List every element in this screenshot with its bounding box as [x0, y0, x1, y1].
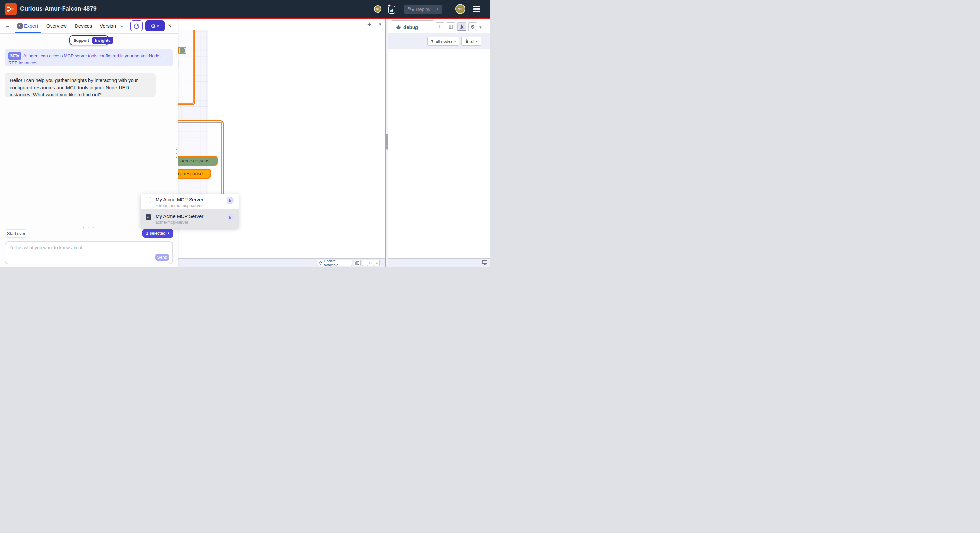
header-accent-line: [0, 18, 490, 19]
sparkle-icon: ✦: [387, 3, 391, 8]
start-over-button[interactable]: Start over: [5, 229, 28, 238]
mcp-server-option[interactable]: My Acme MCP Server serban-acme-mcp-serve…: [141, 194, 239, 209]
beta-badge: BETA: [8, 52, 21, 60]
tab-overflow-chevrons[interactable]: »: [120, 23, 123, 29]
tool-count-badge: 5: [226, 214, 234, 221]
sidebar-menu-caret-icon[interactable]: ▾: [479, 25, 482, 29]
flow-tabstrip: + ▾: [178, 19, 385, 30]
node-red-editor: + ▾: [0, 0, 490, 266]
expert-logo-icon: [18, 23, 23, 29]
mcp-server-option-selected[interactable]: ✓ My Acme MCP Server acme-mcp-server 5: [141, 209, 239, 228]
info-sidebar-button[interactable]: i: [436, 22, 444, 31]
monitor-icon: [482, 260, 487, 265]
package-icon: [319, 261, 323, 265]
map-icon: [355, 261, 360, 265]
mcp-server-dropdown: My Acme MCP Server serban-acme-mcp-serve…: [141, 194, 239, 228]
assistant-settings-button[interactable]: ⚙ ▾: [145, 21, 165, 32]
checkbox-unchecked[interactable]: [145, 197, 151, 203]
beta-notice: BETAAI agent can access MCP server tools…: [5, 49, 173, 67]
sidebar-tab-row: debug i ⚙ ▾: [388, 19, 490, 34]
debug-message-list: [388, 49, 490, 266]
active-tab-underline: [14, 32, 41, 34]
mode-support[interactable]: Support: [71, 38, 92, 43]
assistant-greeting-bubble: Hello! I can help you gather insights by…: [5, 73, 156, 97]
sidebar-footer: [388, 259, 490, 266]
panel-resize-handle[interactable]: [176, 157, 177, 158]
navigator-map-button[interactable]: [353, 260, 361, 266]
zoom-in-button[interactable]: +: [374, 260, 380, 266]
pie-chart-icon: [134, 23, 140, 29]
gear-icon: ⚙: [151, 23, 156, 29]
server-selection-dropdown-button[interactable]: 1 selected ▾: [142, 229, 173, 238]
instance-title: Curious-Amur-Falcon-4879: [20, 5, 97, 12]
mode-insights[interactable]: Insights: [92, 37, 113, 44]
insights-chart-button[interactable]: [130, 21, 143, 32]
help-sidebar-button[interactable]: [447, 22, 455, 31]
input-resize-handle[interactable]: · · ·: [82, 224, 95, 230]
debug-sidebar: debug i ⚙ ▾ all nodes ▾ all ▾: [388, 19, 490, 266]
debug-enable-toggle[interactable]: [178, 47, 186, 54]
canvas-sidebar-divider[interactable]: [385, 19, 388, 266]
tab-devices[interactable]: Devices: [75, 23, 92, 29]
panel-resize-handle[interactable]: [176, 153, 177, 154]
deploy-button[interactable]: Deploy ▾: [404, 5, 442, 14]
tool-count-badge: 5: [226, 197, 234, 204]
trash-icon: [465, 39, 469, 43]
deploy-caret-icon: ▾: [436, 7, 439, 11]
book-icon: [449, 24, 453, 29]
bug-icon: [460, 24, 464, 29]
mcp-server-tools-link[interactable]: MCP server tools: [64, 54, 97, 58]
tab-overview[interactable]: Overview: [46, 23, 67, 29]
checkbox-checked[interactable]: ✓: [145, 214, 151, 220]
tab-debug[interactable]: debug: [391, 21, 434, 33]
update-available-button[interactable]: Update available: [317, 260, 352, 266]
deploy-flow-icon: [408, 6, 414, 12]
assistant-mode-toggle[interactable]: Support Insights: [69, 35, 108, 45]
zoom-out-button[interactable]: −: [362, 260, 368, 266]
close-panel-button[interactable]: ×: [168, 22, 172, 29]
app-logo-icon[interactable]: [5, 3, 16, 15]
send-button[interactable]: Send: [155, 254, 169, 261]
debug-clear-button[interactable]: all ▾: [461, 37, 481, 46]
avatar-small[interactable]: su: [374, 5, 382, 13]
chat-input[interactable]: [9, 244, 140, 262]
bug-icon: [396, 25, 401, 29]
sparkle-icon: ✦: [391, 5, 393, 8]
panel-resize-handle[interactable]: [176, 149, 177, 150]
settings-sidebar-button[interactable]: ⚙: [468, 22, 477, 31]
zoom-reset-button[interactable]: O: [368, 260, 374, 266]
app-header: Curious-Amur-Falcon-4879 su AI ✦ ✦ Deplo…: [0, 0, 490, 18]
canvas-footer: Update available − O +: [178, 259, 385, 266]
debug-sidebar-button[interactable]: [457, 22, 466, 31]
add-flow-button[interactable]: +: [368, 21, 371, 28]
back-arrow-icon[interactable]: ←: [5, 22, 10, 29]
avatar-user[interactable]: su: [455, 4, 465, 14]
tab-version[interactable]: Version: [100, 23, 116, 29]
tab-expert[interactable]: Expert: [24, 23, 38, 29]
expand-sidebar-button[interactable]: [482, 260, 487, 266]
funnel-icon: [430, 40, 434, 43]
caret-down-icon: ▾: [157, 24, 159, 28]
ai-assistant-panel: ← Expert Overview Devices Version » ⚙ ▾ …: [0, 19, 178, 266]
caret-down-icon: ▾: [167, 231, 170, 235]
debug-filter-button[interactable]: all nodes ▾: [428, 37, 459, 46]
flow-list-caret-icon[interactable]: ▾: [379, 22, 382, 27]
main-menu-icon[interactable]: [473, 5, 480, 13]
assistant-tab-bar: ← Expert Overview Devices Version » ⚙ ▾ …: [0, 19, 178, 34]
canvas-scrollbar-thumb[interactable]: [386, 134, 388, 150]
ai-assistant-icon[interactable]: AI ✦ ✦: [388, 4, 396, 14]
chat-input-container: Send: [5, 241, 173, 264]
debug-filter-bar: all nodes ▾ all ▾: [388, 33, 490, 49]
